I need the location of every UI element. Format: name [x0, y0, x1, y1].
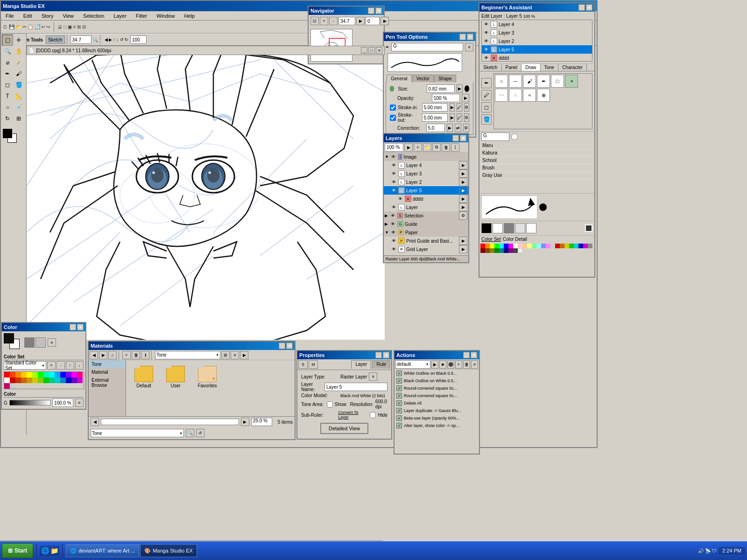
lasso-tool[interactable]: ⌀: [2, 57, 13, 68]
asst-layer2[interactable]: 👁 L Layer 2: [482, 37, 592, 45]
mat-new-btn[interactable]: +: [122, 351, 131, 359]
layer-name-input[interactable]: [324, 383, 388, 391]
layer-type-options[interactable]: ≡: [369, 372, 377, 381]
swatch-gray[interactable]: [588, 244, 592, 248]
swatch-yellow[interactable]: [490, 244, 494, 248]
stroke-out-icon2[interactable]: ⚙: [464, 113, 470, 122]
swatch-green[interactable]: [494, 244, 499, 248]
prop-M-btn[interactable]: M: [309, 360, 318, 369]
mat-del-btn[interactable]: 🗑: [132, 351, 140, 359]
prop-close-btn[interactable]: ✕: [383, 352, 389, 358]
rotate-tool[interactable]: ↻: [2, 113, 13, 124]
black-swatch[interactable]: [481, 223, 492, 233]
swatch-dark-yellow[interactable]: [564, 244, 569, 248]
selection-options[interactable]: ⚙: [459, 211, 467, 220]
swatch-cyan[interactable]: [499, 244, 504, 248]
cs-green[interactable]: [38, 372, 43, 378]
cs-yellow[interactable]: [27, 372, 32, 378]
mat-view-icons[interactable]: ⊞: [221, 351, 230, 359]
action-6[interactable]: ✓ Beta-use layer (opacity 60%...: [395, 414, 479, 422]
prop-S-btn[interactable]: S: [298, 360, 308, 369]
mat-scroll-left[interactable]: ◀: [91, 418, 99, 426]
layer-4[interactable]: 👁 L Layer 4 ▶: [384, 161, 468, 169]
action-5-check[interactable]: ✓: [396, 408, 402, 413]
layers-minimize-btn[interactable]: _: [452, 135, 459, 141]
layer4-options[interactable]: ▶: [459, 161, 467, 169]
mat-view-list[interactable]: ≡: [231, 351, 239, 359]
cs2-15[interactable]: [10, 383, 15, 389]
brush-type-scatter[interactable]: ∴: [509, 89, 522, 102]
brush-pen-icon[interactable]: ✒: [481, 78, 492, 88]
color-set-dropdown[interactable]: Standard Color Set: [4, 361, 46, 370]
brush-brush[interactable]: Brush: [479, 164, 594, 172]
brush-gray-use[interactable]: Gray Use: [479, 172, 594, 179]
layers-new-layer[interactable]: +: [414, 143, 422, 152]
brush-marker-icon[interactable]: 🖊: [481, 90, 492, 100]
cs-aqua[interactable]: [43, 372, 49, 378]
layer-group-image[interactable]: ▼ 👁 I Image: [384, 153, 468, 161]
correction-expand[interactable]: ▶: [447, 124, 453, 132]
g-value-input[interactable]: [52, 399, 73, 407]
correction-icon2[interactable]: ⚙: [463, 124, 470, 132]
color-options-btn[interactable]: ≡: [48, 338, 56, 347]
rotation-input[interactable]: [130, 35, 147, 44]
menu-filter[interactable]: Filter: [133, 12, 150, 20]
swatch-navy[interactable]: [504, 248, 508, 253]
paper-visibility[interactable]: 👁: [390, 229, 397, 236]
layer5-visibility[interactable]: 👁: [390, 187, 397, 194]
transform-tool[interactable]: ⊞: [13, 113, 24, 124]
cs2-4[interactable]: [27, 378, 32, 383]
assistant-minimize-btn[interactable]: _: [578, 4, 585, 11]
action-7[interactable]: ✓ Alter layer, show color -> op...: [395, 422, 479, 429]
canvas-area[interactable]: [27, 46, 385, 340]
assistant-close-btn[interactable]: ✕: [586, 4, 592, 11]
asst-l2-eye[interactable]: 👁: [483, 38, 489, 44]
swatch-forest[interactable]: [494, 248, 499, 253]
mat-sidebar-external[interactable]: External Browse: [89, 376, 126, 389]
tab-shape[interactable]: Shape: [434, 75, 456, 82]
tab-draw[interactable]: Draw: [521, 64, 540, 71]
layer-group-paper[interactable]: ▼ 👁 P Paper: [384, 228, 468, 237]
mat-search-btn[interactable]: 🔍: [186, 429, 194, 437]
layer3-options[interactable]: ▶: [459, 169, 467, 178]
act-options-btn[interactable]: ≡: [471, 360, 478, 369]
actions-preset-dropdown[interactable]: default: [395, 360, 430, 369]
stroke-in-icon1[interactable]: 🖊: [457, 103, 462, 112]
grid-visibility[interactable]: 👁: [390, 246, 397, 252]
color-set-link[interactable]: Color Set: [481, 237, 501, 242]
mat-back-btn[interactable]: ◀: [90, 351, 98, 359]
zoom-tool[interactable]: 🔍: [2, 46, 13, 57]
sub-ruler-hide-checkbox[interactable]: [370, 412, 376, 418]
doc-minimize-btn[interactable]: _: [361, 47, 367, 54]
gray-swatch[interactable]: [504, 223, 514, 233]
sub-ruler-convert[interactable]: Convert To Layer: [338, 410, 368, 420]
action-2[interactable]: ✓ Round-cornered square 5c...: [395, 385, 479, 392]
cs2-2[interactable]: [15, 378, 21, 383]
cs-white[interactable]: [4, 378, 10, 383]
swatch-purple[interactable]: [508, 248, 513, 253]
mat-sidebar-tone[interactable]: Tone: [89, 360, 126, 368]
action-1-check[interactable]: ✓: [396, 378, 402, 384]
layers-duplicate[interactable]: ⧉: [432, 143, 441, 152]
correction-icon1[interactable]: ⇄: [455, 124, 461, 132]
image-visibility[interactable]: 👁: [390, 154, 397, 160]
mat-options-btn[interactable]: ▶: [240, 351, 248, 359]
brush-type-custom[interactable]: ✒: [537, 75, 550, 88]
fill-tool[interactable]: 🪣: [13, 79, 24, 91]
g-slider[interactable]: [9, 400, 50, 406]
menu-file[interactable]: File: [3, 12, 17, 20]
menu-story[interactable]: Story: [39, 12, 56, 20]
mat-zoom-input[interactable]: 25.0 %: [251, 418, 272, 426]
cs2-13[interactable]: [77, 378, 83, 383]
layer5-options[interactable]: ▶: [459, 186, 467, 195]
swatch-dark-cyan[interactable]: [574, 244, 578, 248]
stroke-in-input[interactable]: [422, 103, 448, 112]
swatch-dark-gray[interactable]: [513, 248, 518, 253]
swatch-white[interactable]: [513, 244, 518, 248]
brush-maru[interactable]: Maru: [479, 142, 594, 149]
menu-layer[interactable]: Layer: [111, 12, 129, 20]
eraser-tool[interactable]: ◻: [2, 79, 13, 91]
layers-delete[interactable]: 🗑: [442, 143, 450, 152]
action-5[interactable]: ✓ Layer duplicate -> Gauss Blu...: [395, 407, 479, 414]
cs2-12[interactable]: [71, 378, 77, 383]
